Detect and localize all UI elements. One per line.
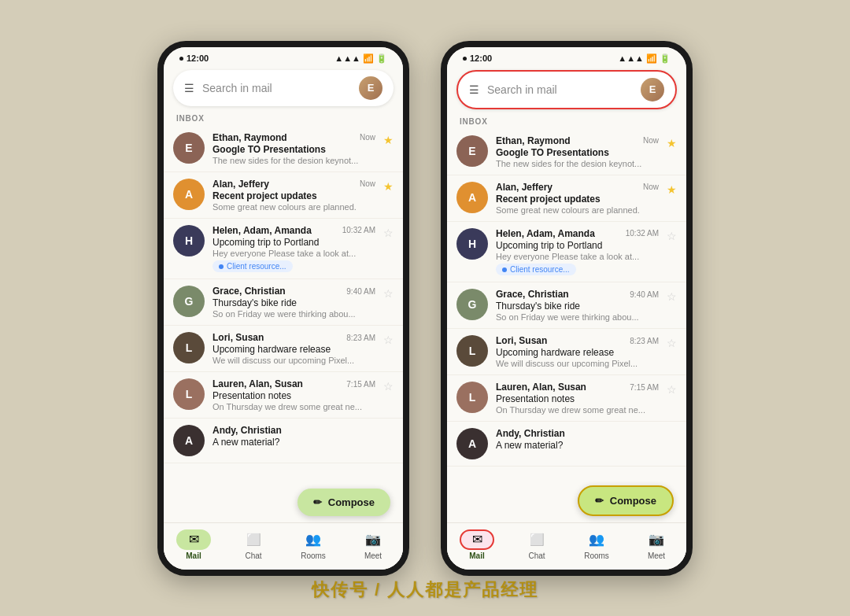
nav-chat-icon-wrap-1: ⬜ (236, 529, 271, 550)
nav-rooms-icon-wrap-1: 👥 (296, 529, 331, 550)
avatar-1: E (173, 132, 205, 164)
star-6[interactable]: ☆ (383, 380, 394, 393)
email-item-4[interactable]: G Grace, Christian 9:40 AM Thursday's bi… (164, 279, 403, 326)
battery-icon-2: 🔋 (660, 53, 671, 64)
bottom-nav-2: ✉ Mail ⬜ Chat 👥 Rooms (447, 522, 686, 570)
nav-mail-label-1: Mail (186, 551, 201, 560)
nav-meet-1[interactable]: 📷 Meet (343, 529, 403, 560)
preview-2-1: The new sides for the desion keynot... (496, 159, 659, 168)
email-item-2-6[interactable]: L Lauren, Alan, Susan 7:15 AM Presentati… (447, 375, 686, 422)
email-item-3[interactable]: H Helen, Adam, Amanda 10:32 AM Upcoming … (164, 219, 403, 280)
preview-2-6: On Thursday we drew some great ne... (496, 405, 659, 415)
email-item-2-7[interactable]: A Andy, Christian A new material? (447, 422, 686, 467)
preview-2: Some great new colours are planned. (213, 202, 375, 212)
time-email-2-2: Now (643, 183, 659, 191)
sender-5: Lori, Susan (213, 332, 264, 343)
search-bar-1[interactable]: ☰ Search in mail E (173, 70, 394, 106)
nav-chat-2[interactable]: ⬜ Chat (507, 529, 567, 560)
signal-icon: ▲▲▲ (334, 53, 360, 63)
star-3[interactable]: ☆ (383, 227, 394, 239)
email-item-6[interactable]: L Lauren, Alan, Susan 7:15 AM Presentati… (164, 372, 403, 419)
compose-button-2[interactable]: ✏ Compose (578, 485, 674, 516)
star-2-6[interactable]: ☆ (667, 383, 677, 396)
email-list-1: E Ethan, Raymond Now Google TO Presentat… (164, 126, 403, 522)
star-2-4[interactable]: ☆ (667, 290, 677, 303)
compose-button-1[interactable]: ✏ Compose (298, 489, 390, 516)
email-item-7[interactable]: A Andy, Christian A new material? (164, 419, 403, 463)
avatar-2-3: H (456, 228, 488, 260)
subject-6: Presentation notes (213, 390, 375, 401)
meet-icon-2: 📷 (649, 532, 664, 547)
email-item-2[interactable]: A Alan, Jeffery Now Recent project updat… (164, 172, 403, 219)
user-avatar-2[interactable]: E (641, 78, 664, 101)
sender-2-3: Helen, Adam, Amanda (496, 228, 595, 239)
email-tag-3: Client resource... (213, 260, 293, 272)
time-email-5: 8:23 AM (346, 334, 375, 342)
email-item-5[interactable]: L Lori, Susan 8:23 AM Upcoming hardware … (164, 326, 403, 372)
subject-1: Google TO Presentations (213, 144, 375, 155)
avatar-3: H (173, 225, 205, 256)
compose-label-2: Compose (610, 495, 656, 507)
preview-3: Hey everyone Please take a look at... (213, 249, 375, 258)
star-2-5[interactable]: ☆ (667, 337, 677, 349)
subject-2-7: A new material? (496, 440, 677, 451)
subject-2-1: Google TO Presentations (496, 147, 659, 158)
nav-meet-icon-wrap-1: 📷 (356, 529, 390, 550)
search-bar-2[interactable]: ☰ Search in mail E (456, 70, 677, 109)
nav-mail-1[interactable]: ✉ Mail (164, 529, 224, 560)
time-email-6: 7:15 AM (346, 380, 375, 389)
avatar-4: G (173, 286, 205, 317)
bottom-nav-1: ✉ Mail ⬜ Chat 👥 Rooms (164, 522, 403, 570)
nav-chat-1[interactable]: ⬜ Chat (224, 529, 283, 560)
email-item-2-3[interactable]: H Helen, Adam, Amanda 10:32 AM Upcoming … (447, 222, 686, 283)
hamburger-icon-2[interactable]: ☰ (469, 83, 479, 96)
nav-meet-label-1: Meet (364, 551, 382, 560)
hamburger-icon-1[interactable]: ☰ (184, 82, 194, 94)
rooms-icon-1: 👥 (305, 532, 321, 547)
chat-icon-1: ⬜ (246, 533, 261, 547)
nav-chat-icon-wrap-2: ⬜ (519, 529, 554, 550)
inbox-label-2: INBOX (447, 116, 686, 129)
email-list-2: E Ethan, Raymond Now Google TO Presentat… (447, 129, 686, 522)
nav-mail-icon-2: ✉ (460, 529, 494, 550)
nav-meet-2[interactable]: 📷 Meet (626, 529, 686, 560)
email-content-2-3: Helen, Adam, Amanda 10:32 AM Upcoming tr… (496, 228, 659, 276)
battery-icon: 🔋 (376, 53, 387, 64)
page-watermark: 快传号 / 人人都是产品经理 (312, 578, 538, 602)
email-item-1[interactable]: E Ethan, Raymond Now Google TO Presentat… (164, 126, 403, 172)
signal-icons-1: ▲▲▲ 📶 🔋 (334, 53, 387, 64)
time-1: 12:00 (187, 53, 209, 63)
user-avatar-1[interactable]: E (359, 76, 382, 100)
subject-3: Upcoming trip to Portland (213, 237, 375, 248)
email-item-2-4[interactable]: G Grace, Christian 9:40 AM Thursday's bi… (447, 282, 686, 329)
phone-2: 12:00 ▲▲▲ 📶 🔋 ☰ Search in mail E INBOX (441, 41, 693, 576)
email-content-2-2: Alan, Jeffery Now Recent project updates… (496, 182, 659, 215)
star-2[interactable]: ★ (383, 180, 394, 193)
nav-rooms-2[interactable]: 👥 Rooms (567, 529, 626, 560)
star-1[interactable]: ★ (383, 134, 394, 146)
email-item-2-1[interactable]: E Ethan, Raymond Now Google TO Presentat… (447, 129, 686, 175)
meet-icon-1: 📷 (365, 532, 381, 547)
nav-rooms-1[interactable]: 👥 Rooms (283, 529, 343, 560)
compose-icon-1: ✏ (313, 496, 322, 508)
time-email-2-3: 10:32 AM (626, 229, 659, 238)
sender-7: Andy, Christian (213, 425, 282, 436)
phones-container: 12:00 ▲▲▲ 📶 🔋 ☰ Search in mail E INBOX (157, 41, 693, 576)
avatar-6: L (173, 378, 205, 410)
star-5[interactable]: ☆ (383, 334, 394, 346)
subject-5: Upcoming hardware release (213, 344, 375, 355)
star-2-2[interactable]: ★ (667, 183, 677, 196)
email-content-2-1: Ethan, Raymond Now Google TO Presentatio… (496, 135, 659, 168)
sender-6: Lauren, Alan, Susan (213, 378, 303, 389)
chat-icon-2: ⬜ (530, 533, 545, 547)
star-4[interactable]: ☆ (383, 287, 394, 300)
star-2-3[interactable]: ☆ (667, 230, 677, 242)
actions-2-3: ☆ (667, 228, 677, 242)
email-content-2-7: Andy, Christian A new material? (496, 428, 677, 451)
star-2-1[interactable]: ★ (667, 137, 677, 149)
actions-1: ★ (383, 132, 394, 146)
email-item-2-5[interactable]: L Lori, Susan 8:23 AM Upcoming hardware … (447, 329, 686, 375)
email-item-2-2[interactable]: A Alan, Jeffery Now Recent project updat… (447, 175, 686, 222)
email-content-2-6: Lauren, Alan, Susan 7:15 AM Presentation… (496, 382, 659, 415)
nav-mail-2[interactable]: ✉ Mail (447, 529, 507, 560)
